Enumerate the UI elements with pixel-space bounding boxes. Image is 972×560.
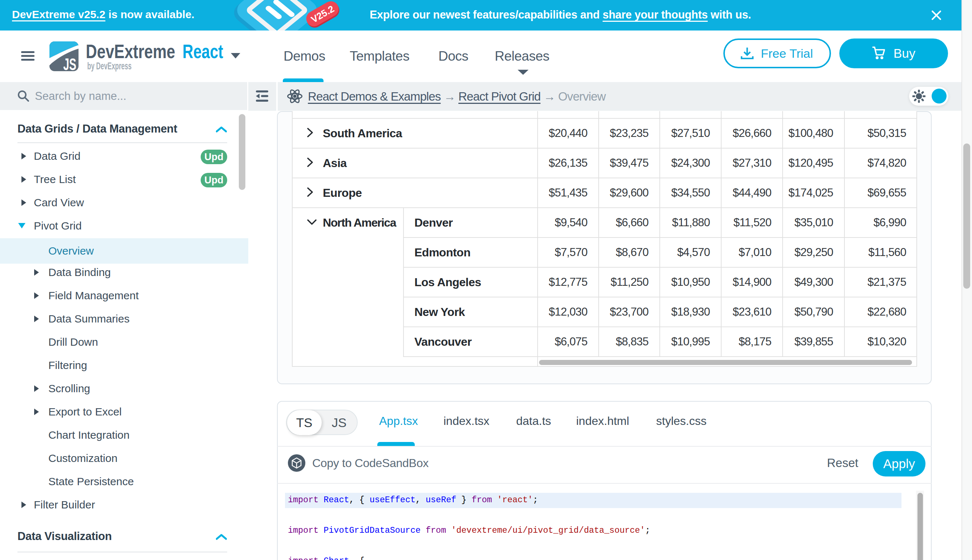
svg-text:React: React <box>182 40 223 62</box>
svg-text:DevExtreme: DevExtreme <box>86 40 175 62</box>
svg-text:by DevExpress: by DevExpress <box>87 60 132 72</box>
